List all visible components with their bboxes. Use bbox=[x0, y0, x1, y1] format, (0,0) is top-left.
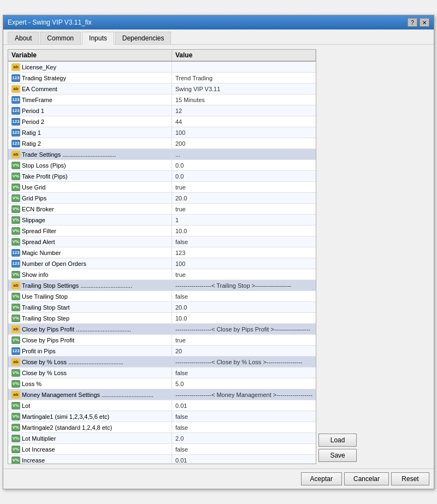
num-icon: 123 bbox=[11, 118, 20, 126]
bool-icon: V% bbox=[11, 336, 20, 344]
variable-name: Lot Multiplier bbox=[22, 435, 56, 442]
cell-value: 0.0 bbox=[172, 171, 316, 181]
num-icon: 123 bbox=[11, 96, 20, 104]
variable-name: Use Trailing Stop bbox=[22, 293, 68, 300]
bool-icon: V% bbox=[11, 216, 20, 224]
table-row[interactable]: V%Martingale2 (standard 1,2,4,8 etc)fals… bbox=[8, 422, 316, 433]
table-row[interactable]: abEA CommentSwing VIP V3.11 bbox=[8, 84, 316, 94]
variable-name: Trading Strategy bbox=[22, 75, 66, 81]
cell-value: false bbox=[172, 367, 316, 378]
close-button[interactable]: ✕ bbox=[420, 18, 429, 27]
table-row[interactable]: V%Loss %5.0 bbox=[8, 378, 316, 389]
bool-icon: V% bbox=[11, 227, 20, 235]
tab-common[interactable]: Common bbox=[40, 32, 81, 44]
cell-variable: V%Lot Increase bbox=[8, 444, 172, 454]
bool-icon: V% bbox=[11, 369, 20, 377]
bool-icon: V% bbox=[11, 173, 20, 180]
variable-name: TimeFrame bbox=[22, 97, 52, 103]
tab-dependencies[interactable]: Dependencies bbox=[115, 32, 172, 44]
variable-name: Number of Open Orders bbox=[22, 260, 86, 267]
ab-icon: ab bbox=[11, 282, 20, 289]
table-row[interactable]: abClose by % Loss ......................… bbox=[8, 357, 316, 367]
table-row[interactable]: V%Slippage1 bbox=[8, 215, 316, 226]
table-row[interactable]: V%Lot Increasefalse bbox=[8, 444, 316, 455]
table-row[interactable]: V%Spread Alertfalse bbox=[8, 236, 316, 247]
table-row[interactable]: 123Trading StrategyTrend Trading bbox=[8, 73, 316, 84]
table-row[interactable]: V%Lot0.01 bbox=[8, 400, 316, 411]
table-row[interactable]: abMoney Management Settings ............… bbox=[8, 389, 316, 400]
save-button[interactable]: Save bbox=[318, 449, 357, 462]
table-row[interactable]: V%Lot Multiplier2.0 bbox=[8, 433, 316, 444]
table-row[interactable]: 123Number of Open Orders100 bbox=[8, 258, 316, 269]
cell-value: false bbox=[172, 411, 316, 422]
table-row[interactable]: V%Use Gridtrue bbox=[8, 182, 316, 193]
variable-name: Show info bbox=[22, 271, 48, 278]
table-row[interactable]: V%Show infotrue bbox=[8, 269, 316, 280]
cell-variable: 123Period 2 bbox=[8, 116, 172, 127]
num-icon: 123 bbox=[11, 347, 20, 355]
table-row[interactable]: abTrailing Stop Settings ...............… bbox=[8, 280, 316, 291]
cancel-button[interactable]: Cancelar bbox=[344, 472, 389, 485]
cell-value: 2.0 bbox=[172, 433, 316, 443]
variable-name: Period 2 bbox=[22, 118, 44, 125]
num-icon: 123 bbox=[11, 140, 20, 147]
cell-value: true bbox=[172, 204, 316, 214]
cell-variable: V%Spread Filter bbox=[8, 226, 172, 236]
ab-icon: ab bbox=[11, 391, 20, 399]
table-row[interactable]: abLicense_Key bbox=[8, 62, 316, 73]
tab-inputs[interactable]: Inputs bbox=[82, 32, 114, 45]
table-row[interactable]: V%Close by % Lossfalse bbox=[8, 367, 316, 378]
ab-icon: ab bbox=[11, 325, 20, 333]
variable-name: Close by Pips Profit ...................… bbox=[22, 326, 131, 333]
table-row[interactable]: abTrade Settings .......................… bbox=[8, 149, 316, 160]
title-bar: Expert - Swing VIP V3.11_fix ? ✕ bbox=[3, 15, 434, 29]
num-icon: 123 bbox=[11, 260, 20, 268]
table-row[interactable]: V%Stop Loss (Pips)0.0 bbox=[8, 160, 316, 171]
table-row[interactable]: V%Close by Pips Profittrue bbox=[8, 335, 316, 346]
params-table[interactable]: Variable Value abLicense_Key123Trading S… bbox=[8, 49, 316, 464]
table-row[interactable]: 123Magic Number123 bbox=[8, 247, 316, 258]
table-row[interactable]: V%Increase0.01 bbox=[8, 455, 316, 464]
table-row[interactable]: 123Ratig 1100 bbox=[8, 127, 316, 138]
cell-variable: 123Trading Strategy bbox=[8, 73, 172, 83]
variable-name: Close by Pips Profit bbox=[22, 337, 74, 343]
variable-name: Stop Loss (Pips) bbox=[22, 162, 66, 169]
reset-button[interactable]: Reset bbox=[391, 472, 429, 485]
table-row[interactable]: V%Spread Filter10.0 bbox=[8, 226, 316, 236]
bool-icon: V% bbox=[11, 413, 20, 420]
table-row[interactable]: V%Martingale1 (simi 1,2,3,4,5,6 etc)fals… bbox=[8, 411, 316, 422]
cell-variable: V%Trailing Stop Step bbox=[8, 313, 172, 323]
variable-name: Take Profit (Pips) bbox=[22, 173, 68, 180]
cell-value: ------------------< Close by % Loss >---… bbox=[172, 357, 316, 367]
table-row[interactable]: V%Take Profit (Pips)0.0 bbox=[8, 171, 316, 182]
bool-icon: V% bbox=[11, 293, 20, 300]
bool-icon: V% bbox=[11, 238, 20, 246]
table-row[interactable]: 123Ratig 2200 bbox=[8, 138, 316, 149]
help-button[interactable]: ? bbox=[408, 18, 417, 27]
table-row[interactable]: V%Grid Pips20.0 bbox=[8, 193, 316, 204]
table-row[interactable]: 123Profit in Pips20 bbox=[8, 346, 316, 357]
cell-variable: V%Trailing Stop Start bbox=[8, 302, 172, 312]
bool-icon: V% bbox=[11, 194, 20, 202]
table-row[interactable]: V%Trailing Stop Step10.0 bbox=[8, 313, 316, 324]
table-row[interactable]: 123TimeFrame15 Minutes bbox=[8, 94, 316, 105]
table-row[interactable]: 123Period 244 bbox=[8, 116, 316, 127]
variable-name: Use Grid bbox=[22, 184, 45, 191]
table-row[interactable]: V%ECN Brokertrue bbox=[8, 204, 316, 215]
load-button[interactable]: Load bbox=[318, 434, 357, 447]
num-icon: 123 bbox=[11, 107, 20, 115]
cell-variable: V%Use Trailing Stop bbox=[8, 291, 172, 301]
cell-value: 5.0 bbox=[172, 378, 316, 389]
table-row[interactable]: 123Period 112 bbox=[8, 105, 316, 116]
table-row[interactable]: V%Trailing Stop Start20.0 bbox=[8, 302, 316, 313]
table-row[interactable]: abClose by Pips Profit .................… bbox=[8, 324, 316, 335]
table-row[interactable]: V%Use Trailing Stopfalse bbox=[8, 291, 316, 302]
variable-name: Magic Number bbox=[22, 250, 61, 256]
variable-name: EA Comment bbox=[22, 86, 57, 92]
tab-about[interactable]: About bbox=[8, 32, 39, 44]
cell-value: 20.0 bbox=[172, 193, 316, 203]
cell-variable: V%Slippage bbox=[8, 215, 172, 225]
accept-button[interactable]: Aceptar bbox=[301, 472, 342, 485]
cell-variable: V%Lot bbox=[8, 400, 172, 411]
cell-variable: V%Increase bbox=[8, 455, 172, 464]
